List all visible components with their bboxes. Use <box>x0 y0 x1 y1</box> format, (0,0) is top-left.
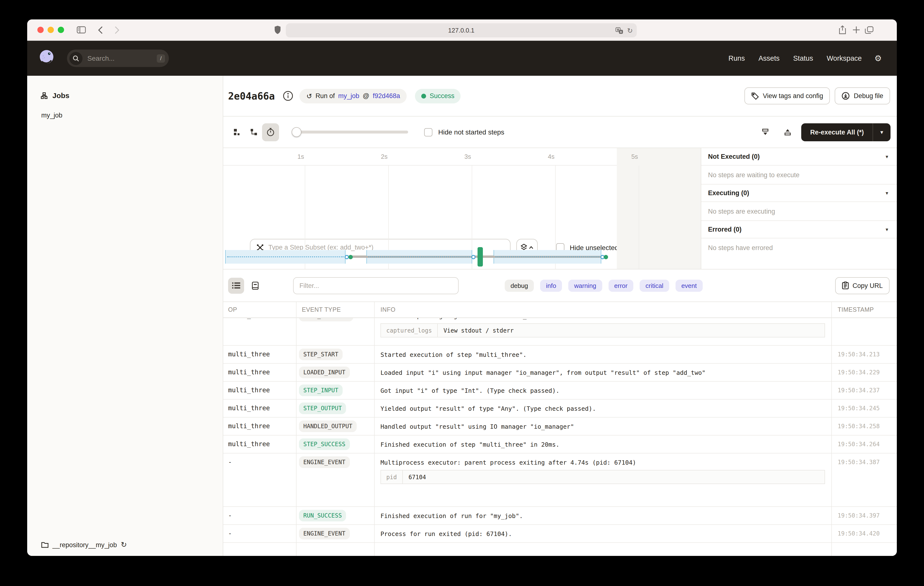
close-window-button[interactable] <box>37 27 44 33</box>
executing-section-header[interactable]: Executing (0) ▼ <box>701 184 897 202</box>
gantt-tick-label: 4s <box>548 153 554 160</box>
event-type-badge: STEP_START <box>299 349 343 360</box>
sidebar-item-my-job[interactable]: my_job <box>41 112 63 119</box>
repository-name: __repository__my_job <box>53 541 117 548</box>
forward-button[interactable] <box>114 26 119 34</box>
metadata-value[interactable]: View stdout / stderr <box>438 327 514 334</box>
log-list-view-button[interactable] <box>228 278 244 293</box>
view-tags-config-button[interactable]: View tags and config <box>744 88 830 104</box>
reexecute-all-button[interactable]: Re-execute All (*) ▼ <box>802 123 891 141</box>
level-badge-warning[interactable]: warning <box>568 280 602 291</box>
log-info-text: Started execution of step "multi_three". <box>381 351 831 358</box>
shield-icon[interactable] <box>274 26 281 34</box>
debug-file-button[interactable]: Debug file <box>835 88 890 104</box>
search-shortcut-key: / <box>157 54 165 62</box>
log-structured-view-button[interactable] <box>247 278 263 293</box>
log-timestamp-cell: 19:50:34.237 <box>831 382 897 399</box>
flat-view-button[interactable] <box>228 123 245 141</box>
dagster-logo[interactable] <box>38 49 55 68</box>
copy-url-button[interactable]: Copy URL <box>835 277 889 294</box>
gantt-step-bar[interactable] <box>477 247 483 267</box>
gantt-dashed-line <box>227 257 343 257</box>
level-badge-critical[interactable]: critical <box>640 280 669 291</box>
waterfall-view-button[interactable] <box>245 123 262 141</box>
run-header: 2e04a66a ↺ Run of my_job @ f92d468a <box>223 76 897 116</box>
download-icon <box>842 92 850 100</box>
gantt-gridline <box>639 166 639 269</box>
sidebar-toggle-icon[interactable] <box>77 26 86 33</box>
zoom-slider-thumb[interactable] <box>292 127 301 137</box>
snapshot-link[interactable]: f92d468a <box>373 92 400 99</box>
zoom-slider[interactable] <box>292 131 408 134</box>
run-breadcrumb-pill[interactable]: ↺ Run of my_job @ f92d468a <box>300 89 407 103</box>
gantt-success-dot-marker[interactable] <box>604 255 608 259</box>
level-badge-info[interactable]: info <box>540 280 562 291</box>
run-status-badge[interactable]: Success <box>415 89 461 103</box>
level-badge-event[interactable]: event <box>675 280 703 291</box>
jobs-section-title: Jobs <box>53 91 69 99</box>
nav-item-runs[interactable]: Runs <box>728 55 745 62</box>
reload-icon[interactable]: ↻ <box>627 26 633 34</box>
gear-icon[interactable]: ⚙ <box>874 53 882 63</box>
nav-item-workspace[interactable]: Workspace <box>827 55 862 62</box>
back-button[interactable] <box>98 26 103 34</box>
collapse-all-button[interactable] <box>757 123 774 141</box>
tab-overview-icon[interactable] <box>865 26 873 34</box>
errored-section-header[interactable]: Errored (0) ▼ <box>701 221 897 238</box>
event-type-badge: ENGINE_EVENT <box>299 456 350 468</box>
address-bar[interactable]: 127.0.0.1 ↻ <box>286 23 637 37</box>
run-info-icon[interactable] <box>283 90 294 101</box>
job-link[interactable]: my_job <box>338 92 360 99</box>
event-type-badge: LOGS_CAPTURED <box>299 318 353 321</box>
status-dot <box>421 93 426 98</box>
expand-all-button[interactable] <box>779 123 796 141</box>
event-type-badge: HANDLED_OUTPUT <box>299 420 357 432</box>
log-row[interactable]: multi_threeHANDLED_OUTPUTHandled output … <box>223 417 897 435</box>
log-op-cell: multi_three <box>223 417 296 435</box>
col-header-event-type: EVENT TYPE <box>296 306 374 313</box>
log-row[interactable]: multi_threeLOADED_INPUTLoaded input "i" … <box>223 364 897 382</box>
global-search-input[interactable]: Search... / <box>67 50 169 67</box>
log-row[interactable]: multi_threeSTEP_STARTStarted execution o… <box>223 346 897 364</box>
share-icon[interactable] <box>838 25 846 35</box>
log-row[interactable]: -ENGINE_EVENTProcess for run exited (pid… <box>223 525 897 543</box>
column-divider <box>374 302 375 556</box>
log-filter-input[interactable]: Filter... <box>293 277 459 294</box>
browser-window: 127.0.0.1 ↻ <box>27 20 897 556</box>
log-info-text: Handled output "result" using IO manager… <box>381 423 831 430</box>
step-status-panel: Not Executed (0) ▼ No steps are waiting … <box>701 148 897 269</box>
metadata-key: pid <box>381 470 403 483</box>
level-badge-debug[interactable]: debug <box>505 280 534 291</box>
repository-footer[interactable]: __repository__my_job ↻ <box>41 540 127 549</box>
log-row[interactable]: multi_threeLOGS_CAPTUREDStarted capturin… <box>223 318 897 346</box>
log-row[interactable]: -ENGINE_EVENTMultiprocess executor: pare… <box>223 454 897 507</box>
gantt-open-circle-marker[interactable] <box>344 255 349 259</box>
timed-view-button[interactable] <box>262 123 279 141</box>
translate-icon[interactable] <box>615 27 624 34</box>
level-badge-error[interactable]: error <box>608 280 633 291</box>
minimize-window-button[interactable] <box>48 27 54 33</box>
hide-not-started-checkbox[interactable] <box>424 128 432 136</box>
gantt-chart[interactable]: Type a Step Subset (ex: add_two+*) Hide … <box>223 148 701 269</box>
log-info-cell: Finished execution of run for "my_job". <box>374 507 831 524</box>
new-tab-icon[interactable] <box>853 26 860 33</box>
metadata-key: captured_logs <box>381 324 438 337</box>
log-row[interactable]: -RUN_SUCCESSFinished execution of run fo… <box>223 507 897 525</box>
gantt-tick-label: 2s <box>381 153 388 160</box>
nav-item-assets[interactable]: Assets <box>759 55 780 62</box>
main-content: 2e04a66a ↺ Run of my_job @ f92d468a <box>223 76 897 556</box>
zoom-window-button[interactable] <box>58 27 64 33</box>
nav-item-status[interactable]: Status <box>793 55 813 62</box>
log-info-text: Started capturing logs for solid: multi_… <box>381 318 831 319</box>
not-executed-section-header[interactable]: Not Executed (0) ▼ <box>701 148 897 166</box>
reexecute-dropdown-caret[interactable]: ▼ <box>873 123 891 141</box>
log-op-cell: multi_three <box>223 364 296 381</box>
log-row[interactable]: multi_threeSTEP_INPUTGot input "i" of ty… <box>223 382 897 400</box>
log-row[interactable]: multi_threeSTEP_OUTPUTYielded output "re… <box>223 400 897 417</box>
reload-repository-icon[interactable]: ↻ <box>121 540 127 549</box>
log-info-cell: Started execution of step "multi_three". <box>374 346 831 363</box>
event-type-badge: STEP_INPUT <box>299 384 343 396</box>
reexecute-all-label: Re-execute All (*) <box>802 123 873 141</box>
gantt-success-dot-marker[interactable] <box>348 255 353 259</box>
log-row[interactable]: multi_threeSTEP_SUCCESSFinished executio… <box>223 435 897 454</box>
